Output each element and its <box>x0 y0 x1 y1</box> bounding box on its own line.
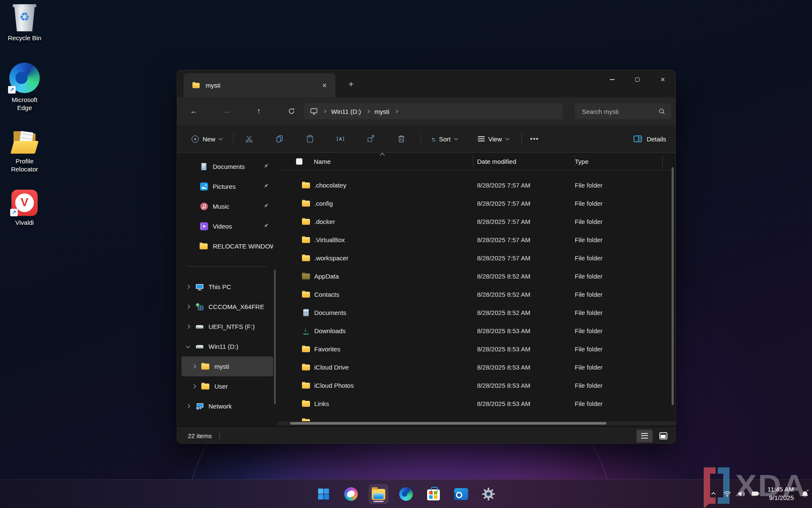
sidebar-item-network[interactable]: Network <box>181 396 273 416</box>
column-divider[interactable] <box>662 155 663 167</box>
share-button[interactable] <box>361 130 381 147</box>
column-header-type[interactable]: Type <box>575 158 675 165</box>
collapse-chevron-icon[interactable] <box>185 346 191 348</box>
close-button[interactable]: ✕ <box>650 70 675 89</box>
volume-button[interactable] <box>738 490 745 497</box>
column-header-name[interactable]: Name <box>314 158 331 165</box>
file-row[interactable]: iCloud Photos 8/28/2025 8:53 AM File fol… <box>277 376 675 395</box>
taskbar-clock[interactable]: 11:45 AM 9/1/2025 <box>768 485 794 502</box>
delete-button[interactable] <box>392 130 411 147</box>
microsoft-store-button[interactable] <box>424 484 443 504</box>
forward-button[interactable]: → <box>219 103 234 119</box>
expand-chevron-icon[interactable] <box>185 305 191 308</box>
new-label: New <box>203 135 215 143</box>
file-row[interactable]: Links 8/28/2025 8:53 AM File folder <box>277 395 675 413</box>
taskbar-center-icons <box>314 484 498 504</box>
file-row[interactable]: Favorites 8/28/2025 8:53 AM File folder <box>277 340 675 358</box>
desktop-icon-label: Profile Relocator <box>5 157 44 174</box>
expand-chevron-icon[interactable] <box>185 325 191 328</box>
wifi-button[interactable] <box>723 490 731 497</box>
sort-button[interactable]: ↑↓ Sort <box>427 132 462 146</box>
wifi-icon <box>723 490 731 497</box>
sidebar-item-pictures[interactable]: Pictures <box>181 177 273 196</box>
start-button[interactable] <box>314 484 333 504</box>
rename-button[interactable]: A <box>331 130 350 147</box>
view-button[interactable]: View <box>474 132 513 146</box>
maximize-button[interactable] <box>625 70 650 89</box>
file-explorer-button[interactable] <box>369 484 388 504</box>
file-row[interactable] <box>277 413 675 428</box>
file-row[interactable]: Documents 8/28/2025 8:52 AM File folder <box>277 304 675 322</box>
file-row[interactable]: .config 8/28/2025 7:57 AM File folder <box>277 194 675 213</box>
copy-button[interactable] <box>270 130 289 147</box>
expand-chevron-icon[interactable] <box>185 405 191 408</box>
new-tab-button[interactable]: + <box>344 77 358 91</box>
breadcrumb[interactable]: Win11 (D:) mysti <box>304 103 563 119</box>
desktop-icon-microsoft-edge[interactable]: Microsoft Edge <box>1 63 48 112</box>
details-view-toggle[interactable] <box>636 430 653 442</box>
paste-button[interactable] <box>300 130 320 147</box>
sidebar-item-music[interactable]: Music <box>181 196 273 216</box>
file-row[interactable]: Downloads 8/28/2025 8:53 AM File folder <box>277 322 675 340</box>
cut-button[interactable] <box>239 130 259 147</box>
battery-button[interactable] <box>752 491 760 497</box>
outlook-button[interactable] <box>451 484 471 504</box>
sidebar-scrollbar[interactable] <box>274 270 276 404</box>
horizontal-scrollbar-thumb[interactable] <box>290 422 606 425</box>
file-row[interactable]: .docker 8/28/2025 7:57 AM File folder <box>277 213 675 231</box>
vertical-scrollbar-thumb[interactable] <box>672 167 674 405</box>
see-more-button[interactable]: ••• <box>526 132 543 146</box>
sidebar-item-win11-drive[interactable]: Win11 (D:) <box>181 337 273 356</box>
expand-chevron-icon[interactable] <box>191 385 197 388</box>
column-divider[interactable] <box>473 155 473 167</box>
search-icon[interactable] <box>658 108 665 115</box>
sidebar-item-relocate-windows[interactable]: RELOCATE WINDOWS <box>181 236 273 256</box>
sidebar-item-cccoma[interactable]: CCCOMA_X64FRE <box>181 297 273 317</box>
file-row[interactable]: .VirtualBox 8/28/2025 7:57 AM File folde… <box>277 231 675 249</box>
file-row[interactable]: .chocolatey 8/28/2025 7:57 AM File folde… <box>277 176 675 194</box>
copilot-button[interactable] <box>341 484 361 504</box>
search-box[interactable]: Search mysti <box>575 103 671 119</box>
breadcrumb-chevron-icon <box>394 110 398 113</box>
file-row[interactable]: iCloud Drive 8/28/2025 8:53 AM File fold… <box>277 358 675 376</box>
titlebar[interactable]: mysti ✕ + ✕ <box>177 70 675 97</box>
expand-chevron-icon[interactable] <box>185 285 191 288</box>
back-button[interactable]: ← <box>186 103 201 119</box>
minimize-button[interactable] <box>599 70 625 89</box>
details-pane-button[interactable]: Details <box>633 135 666 143</box>
breadcrumb-chevron-icon <box>323 110 326 113</box>
settings-button[interactable] <box>479 484 498 504</box>
maximize-icon <box>635 77 639 82</box>
sidebar-item-videos[interactable]: Videos <box>181 216 273 236</box>
refresh-button[interactable] <box>284 103 299 119</box>
file-row[interactable]: Contacts 8/28/2025 8:52 AM File folder <box>277 285 675 304</box>
breadcrumb-segment-drive[interactable]: Win11 (D:) <box>331 108 361 115</box>
desktop-icon-recycle-bin[interactable]: ♻ Recycle Bin <box>1 4 48 42</box>
file-icon <box>302 291 310 298</box>
new-button[interactable]: + New <box>187 132 226 146</box>
edge-button[interactable] <box>396 484 416 504</box>
expand-chevron-icon[interactable] <box>191 365 197 368</box>
tab-close-icon[interactable]: ✕ <box>318 80 330 91</box>
notification-bell-button[interactable]: z z <box>801 489 809 498</box>
large-icons-view-toggle[interactable] <box>655 430 671 442</box>
desktop-icon-profile-relocator[interactable]: Profile Relocator <box>1 130 48 174</box>
file-name: Links <box>314 400 329 407</box>
column-header-date[interactable]: Date modified <box>477 158 575 165</box>
file-icon <box>302 309 310 316</box>
sort-ascending-icon <box>380 153 384 157</box>
column-divider[interactable] <box>575 155 575 167</box>
file-row[interactable]: AppData 8/28/2025 8:52 AM File folder <box>277 267 675 285</box>
sidebar-item-documents[interactable]: Documents <box>181 157 273 177</box>
breadcrumb-segment-folder[interactable]: mysti <box>375 108 390 115</box>
up-button[interactable]: ↑ <box>251 103 266 119</box>
desktop-icon-vivaldi[interactable]: V Vivaldi <box>1 190 48 227</box>
explorer-tab-mysti[interactable]: mysti ✕ <box>184 73 335 97</box>
sidebar-item-this-pc[interactable]: This PC <box>181 277 273 297</box>
sidebar-item-uefi-ntfs[interactable]: UEFI_NTFS (F:) <box>181 317 273 337</box>
select-all-checkbox[interactable] <box>296 158 302 165</box>
sidebar-item-user[interactable]: User <box>181 376 273 396</box>
hidden-icons-button[interactable] <box>710 490 717 497</box>
sidebar-item-mysti-selected[interactable]: mysti <box>181 356 273 376</box>
file-row[interactable]: .workspacer 8/28/2025 7:57 AM File folde… <box>277 249 675 267</box>
